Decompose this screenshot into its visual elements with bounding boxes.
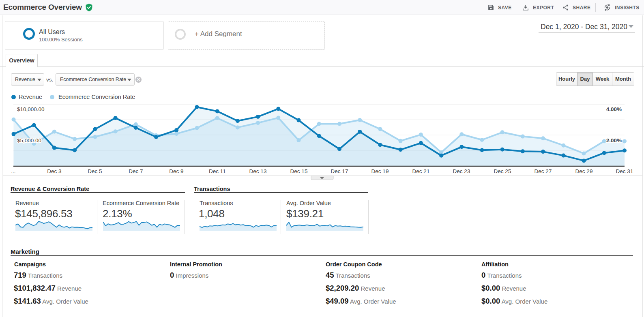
svg-text:Dec 17: Dec 17 bbox=[331, 168, 348, 174]
svg-text:Dec 11: Dec 11 bbox=[209, 168, 226, 174]
svg-text:Dec 5: Dec 5 bbox=[88, 168, 102, 174]
svg-text:Dec 13: Dec 13 bbox=[249, 168, 267, 174]
svg-text:Dec 19: Dec 19 bbox=[371, 168, 389, 174]
svg-text:$10,000.00: $10,000.00 bbox=[17, 106, 45, 112]
svg-text:Dec 7: Dec 7 bbox=[129, 168, 143, 174]
svg-text:...: ... bbox=[11, 168, 15, 174]
svg-text:Dec 21: Dec 21 bbox=[412, 168, 430, 174]
svg-text:Dec 23: Dec 23 bbox=[453, 168, 470, 174]
svg-text:Dec 31: Dec 31 bbox=[616, 168, 633, 174]
svg-text:Dec 9: Dec 9 bbox=[169, 168, 183, 174]
svg-text:4.00%: 4.00% bbox=[606, 106, 622, 112]
svg-text:2.00%: 2.00% bbox=[606, 137, 622, 144]
svg-text:Dec 25: Dec 25 bbox=[494, 168, 511, 174]
svg-text:Dec 27: Dec 27 bbox=[535, 168, 552, 174]
svg-text:Dec 29: Dec 29 bbox=[575, 168, 593, 174]
svg-text:Dec 3: Dec 3 bbox=[47, 168, 61, 174]
svg-text:$5,000.00: $5,000.00 bbox=[17, 137, 41, 144]
svg-text:Dec 15: Dec 15 bbox=[290, 168, 308, 174]
